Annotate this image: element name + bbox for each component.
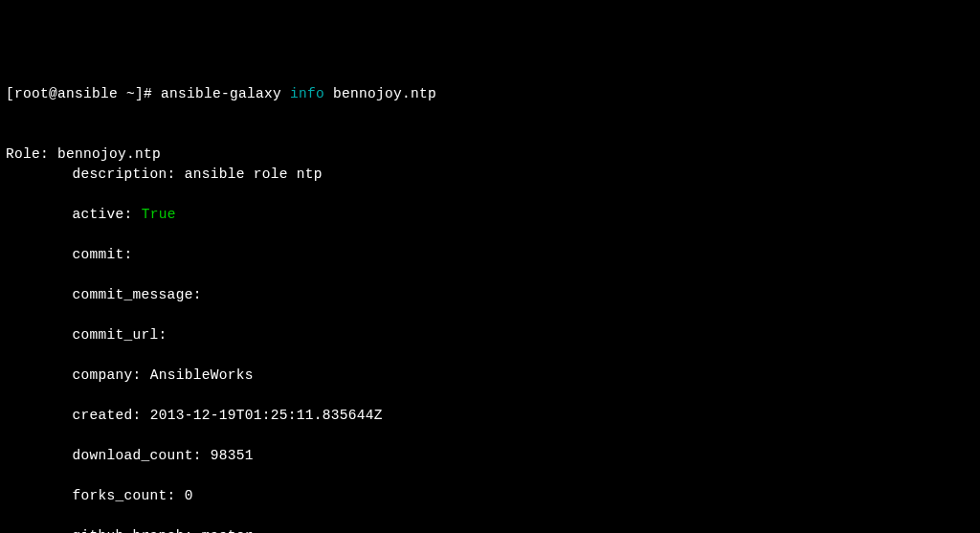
field-created: created: 2013-12-19T01:25:11.835644Z [6, 406, 974, 426]
command-prompt-line: [root@ansible ~]# ansible-galaxy info be… [6, 84, 974, 104]
field-key: created: [73, 408, 150, 423]
role-header: Role: bennojoy.ntp [6, 146, 161, 162]
field-active: active: True [6, 205, 974, 225]
field-company: company: AnsibleWorks [6, 366, 974, 386]
field-description: description: ansible role ntp [6, 165, 974, 185]
command-argument: bennojoy.ntp [324, 86, 436, 101]
field-value: 0 [185, 488, 193, 503]
field-key: github_branch: [73, 528, 202, 533]
field-value: AnsibleWorks [150, 367, 254, 383]
field-commit-url: commit_url: [6, 325, 974, 345]
field-key: commit_url: [73, 327, 167, 343]
field-download-count: download_count: 98351 [6, 446, 974, 466]
command-base: ansible-galaxy [161, 86, 290, 101]
field-commit-message: commit_message: [6, 285, 974, 305]
command-action: info [290, 86, 324, 101]
field-key: forks_count: [73, 488, 185, 503]
field-value: 2013-12-19T01:25:11.835644Z [150, 408, 383, 423]
field-forks-count: forks_count: 0 [6, 486, 974, 506]
field-value: 98351 [211, 448, 254, 463]
field-value: ansible role ntp [185, 167, 323, 182]
blank-line [6, 126, 14, 142]
field-key: company: [73, 367, 150, 383]
field-key: download_count: [73, 448, 211, 463]
field-key: commit: [73, 247, 133, 262]
field-value: True [142, 207, 176, 222]
field-key: commit_message: [73, 287, 202, 302]
field-key: active: [73, 207, 142, 222]
field-key: description: [73, 167, 185, 182]
prompt-user-host: [root@ansible ~]# [6, 86, 161, 101]
field-github-branch: github_branch: master [6, 526, 974, 533]
field-commit: commit: [6, 245, 974, 265]
field-value: master [202, 528, 254, 533]
